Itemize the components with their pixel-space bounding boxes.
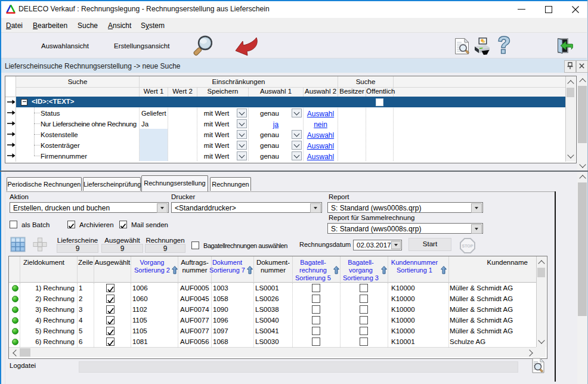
svg-text:STOP: STOP bbox=[462, 244, 474, 248]
